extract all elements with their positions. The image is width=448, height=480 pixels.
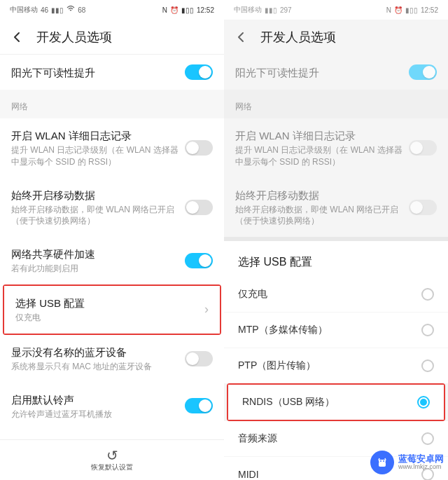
toggle-sunlight (409, 64, 437, 80)
back-button[interactable] (234, 29, 249, 45)
clock: 12:52 (421, 6, 438, 14)
status-bar: 中国移动 46 ▮▮▯ 68 N ⏰ ▮▯▯ 12:52 (0, 0, 224, 20)
toggle-always-mobile[interactable] (185, 200, 213, 215)
row-usb-config[interactable]: 选择 USB 配置 仅充电 › (4, 286, 220, 334)
restore-label[interactable]: 恢复默认设置 (91, 462, 133, 472)
row-title: 网络共享硬件加速 (11, 247, 185, 261)
row-hw-accel[interactable]: 网络共享硬件加速 若有此功能则启用 (0, 237, 224, 284)
toggle-hw-accel[interactable] (185, 253, 213, 268)
screenshot-left: 中国移动 46 ▮▮▯ 68 N ⏰ ▮▯▯ 12:52 开发人员选项 阳 (0, 0, 224, 480)
alarm-icon: ⏰ (394, 6, 402, 14)
row-always-mobile[interactable]: 始终开启移动数据 始终开启移动数据，即使 WLAN 网络已开启（便于快速切换网络… (0, 178, 224, 238)
radio-icon-selected (417, 396, 430, 409)
section-network: 网络 (0, 90, 224, 118)
option-label: PTP（图片传输） (238, 359, 316, 372)
radio-icon (421, 288, 434, 301)
toggle-wlan-log (409, 140, 437, 156)
alarm-icon: ⏰ (170, 6, 178, 14)
nfc-icon: N (162, 6, 167, 14)
radio-icon (421, 432, 434, 445)
battery-icon: ▮▯▯ (405, 6, 418, 14)
row-title: 选择 USB 配置 (15, 296, 204, 310)
toggle-wlan-log[interactable] (185, 140, 213, 156)
row-title: 启用默认铃声 (11, 392, 185, 407)
watermark-icon (370, 451, 394, 474)
battery-icon: ▮▯▯ (181, 6, 194, 14)
highlight-rndis: RNDIS（USB 网络） (227, 383, 445, 421)
sheet-title: 选择 USB 配置 (224, 241, 448, 277)
signal-sub: 46 (41, 6, 48, 14)
svg-rect-0 (379, 462, 386, 467)
row-desc: 若有此功能则启用 (11, 263, 185, 275)
row-sunlight: 阳光下可读性提升 (224, 55, 448, 90)
watermark: 蓝莓安卓网 www.lmkjz.com (370, 451, 444, 474)
restore-icon[interactable]: ↺ (106, 448, 118, 462)
row-sunlight[interactable]: 阳光下可读性提升 (0, 55, 224, 90)
svg-rect-1 (379, 460, 386, 462)
chevron-right-icon: › (204, 302, 209, 317)
svg-point-2 (380, 460, 382, 462)
wifi-icon (66, 6, 75, 14)
nfc-icon: N (386, 6, 391, 14)
row-desc: 始终开启移动数据，即使 WLAN 网络已开启（便于快速切换网络） (11, 204, 185, 228)
option-charge[interactable]: 仅充电 (224, 277, 448, 312)
section-network: 网络 (224, 90, 448, 118)
watermark-url: www.lmkjz.com (398, 464, 444, 471)
svg-point-3 (383, 460, 384, 462)
watermark-name: 蓝莓安卓网 (398, 454, 444, 464)
option-ptp[interactable]: PTP（图片传输） (224, 348, 448, 383)
option-label: 音频来源 (238, 432, 277, 445)
option-label: MIDI (238, 469, 259, 480)
app-bar: 开发人员选项 (224, 20, 448, 55)
toggle-sunlight[interactable] (185, 64, 213, 80)
app-bar: 开发人员选项 (0, 20, 224, 55)
row-wlan-log: 开启 WLAN 详细日志记录 提升 WLAN 日志记录级别（在 WLAN 选择器… (224, 118, 448, 178)
row-wlan-log[interactable]: 开启 WLAN 详细日志记录 提升 WLAN 日志记录级别（在 WLAN 选择器… (0, 118, 224, 178)
row-title: 开启 WLAN 详细日志记录 (11, 128, 185, 143)
signal-icon: ▮▮▯ (51, 6, 64, 14)
row-desc: 始终开启移动数据，即使 WLAN 网络已开启（便于快速切换网络） (235, 204, 409, 228)
option-label: RNDIS（USB 网络） (242, 396, 335, 409)
toggle-default-ring[interactable] (185, 398, 213, 413)
row-always-mobile: 始终开启移动数据 始终开启移动数据，即使 WLAN 网络已开启（便于快速切换网络… (224, 178, 448, 238)
status-bar: 中国移动 ▮▮▯ 297 N ⏰ ▮▯▯ 12:52 (224, 0, 448, 20)
option-mtp[interactable]: MTP（多媒体传输） (224, 312, 448, 348)
row-bt-noname[interactable]: 显示没有名称的蓝牙设备 系统将显示只有 MAC 地址的蓝牙设备 (0, 335, 224, 383)
option-label: MTP（多媒体传输） (238, 324, 328, 336)
option-label: 仅充电 (238, 288, 267, 301)
toggle-always-mobile (409, 200, 437, 215)
carrier-text: 中国移动 (234, 5, 262, 15)
option-rndis[interactable]: RNDIS（USB 网络） (228, 385, 444, 420)
bottom-bar: ↺ 恢复默认设置 (0, 439, 224, 480)
carrier-text: 中国移动 (10, 5, 38, 15)
back-button[interactable] (10, 29, 25, 45)
row-desc: 系统将显示只有 MAC 地址的蓝牙设备 (11, 361, 185, 373)
row-title: 阳光下可读性提升 (235, 65, 409, 80)
radio-icon (421, 324, 434, 336)
row-title: 阳光下可读性提升 (11, 65, 185, 80)
signal-icon: ▮▮▯ (265, 6, 277, 14)
row-title: 开启 WLAN 详细日志记录 (235, 128, 409, 143)
row-title: 显示没有名称的蓝牙设备 (11, 345, 185, 359)
page-title: 开发人员选项 (36, 29, 112, 46)
row-value: 仅充电 (15, 312, 204, 324)
screenshot-right: 中国移动 ▮▮▯ 297 N ⏰ ▮▯▯ 12:52 开发人员选项 阳光下可读性… (224, 0, 448, 480)
radio-icon (421, 359, 434, 372)
row-title: 始终开启移动数据 (11, 188, 185, 203)
row-desc: 提升 WLAN 日志记录级别（在 WLAN 选择器中显示每个 SSID 的 RS… (11, 144, 185, 168)
toggle-bt-noname[interactable] (185, 351, 213, 366)
row-title: 始终开启移动数据 (235, 188, 409, 203)
battery-pct: 297 (280, 6, 292, 14)
page-title: 开发人员选项 (260, 29, 336, 46)
battery-pct: 68 (78, 6, 85, 14)
highlight-usb-config: 选择 USB 配置 仅充电 › (3, 284, 221, 335)
row-desc: 提升 WLAN 日志记录级别（在 WLAN 选择器中显示每个 SSID 的 RS… (235, 144, 409, 168)
clock: 12:52 (197, 6, 214, 14)
row-desc: 允许铃声通过蓝牙耳机播放 (11, 409, 185, 420)
row-default-ring[interactable]: 启用默认铃声 允许铃声通过蓝牙耳机播放 (0, 383, 224, 430)
